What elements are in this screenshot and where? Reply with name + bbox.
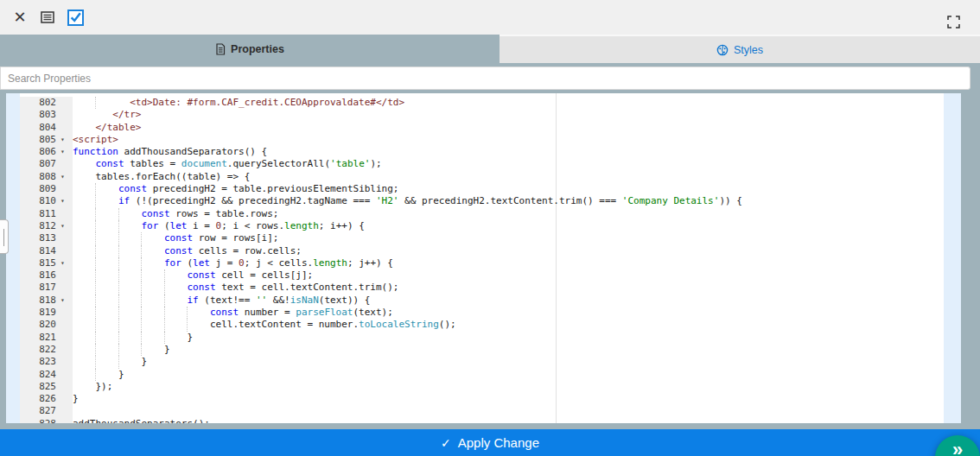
code-line[interactable]: 825});: [20, 381, 944, 393]
code-line[interactable]: 809const precedingH2 = table.previousEle…: [20, 183, 944, 195]
checked-checkbox-icon[interactable]: [64, 6, 86, 28]
code-pane[interactable]: 802<td>Date: #form.CAF_credit.CEOApprova…: [20, 93, 944, 423]
code-line[interactable]: 828addThousandSeparators();: [20, 418, 944, 423]
gutter: 814: [20, 245, 73, 257]
properties-panel: ✕: [0, 0, 980, 456]
line-number: 805: [20, 134, 60, 146]
search-input[interactable]: [0, 66, 970, 90]
code-line[interactable]: 817const text = cell.textContent.trim();: [20, 282, 944, 294]
fold-arrow-icon[interactable]: ▾: [60, 220, 73, 232]
gutter: 807: [20, 158, 73, 170]
line-number: 803: [20, 109, 60, 121]
code-line[interactable]: 815▾for (let j = 0; j < cells.length; j+…: [20, 257, 944, 269]
code-line[interactable]: 816const cell = cells[j];: [20, 269, 944, 282]
line-number: 814: [20, 245, 60, 257]
line-number: 811: [20, 208, 60, 220]
gutter: 826: [20, 393, 73, 405]
gutter: 810▾: [20, 195, 73, 207]
gutter: 815▾: [20, 257, 73, 269]
gutter: 820: [20, 319, 73, 331]
gutter: 803: [20, 109, 73, 121]
code-line[interactable]: 811const rows = table.rows;: [20, 208, 944, 220]
form-window-icon[interactable]: [36, 6, 59, 28]
line-number: 817: [20, 282, 60, 294]
gutter: 817: [20, 282, 73, 294]
fold-arrow-icon[interactable]: ▾: [60, 171, 73, 183]
gutter: 806▾: [20, 146, 73, 158]
scrollbar-left[interactable]: [6, 93, 20, 423]
line-number: 820: [20, 319, 60, 331]
document-icon: [215, 43, 226, 55]
line-number: 810: [20, 195, 60, 207]
close-icon[interactable]: ✕: [9, 6, 31, 28]
code-line[interactable]: 812▾for (let i = 0; i < rows.length; i++…: [20, 220, 944, 232]
gutter: 823: [20, 356, 73, 368]
gutter: 802: [20, 97, 73, 109]
tab-styles[interactable]: Styles: [500, 35, 980, 63]
tab-properties[interactable]: Properties: [0, 35, 500, 63]
fold-arrow-icon[interactable]: ▾: [60, 134, 73, 146]
line-number: 823: [20, 356, 60, 368]
line-number: 807: [20, 158, 60, 170]
code-line[interactable]: 804</table>: [20, 122, 944, 134]
apply-change-button[interactable]: ✓ Apply Change: [0, 429, 980, 456]
code-line[interactable]: 822}: [20, 344, 944, 356]
code-line[interactable]: 824}: [20, 369, 944, 381]
code-line[interactable]: 818▾if (text!== '' &&!isNaN(text)) {: [20, 294, 944, 307]
gutter: 809: [20, 183, 73, 195]
code-line[interactable]: 802<td>Date: #form.CAF_credit.CEOApprova…: [20, 97, 944, 109]
line-number: 802: [20, 97, 60, 109]
line-number: 804: [20, 122, 60, 134]
code-editor: 802<td>Date: #form.CAF_credit.CEOApprova…: [0, 93, 980, 423]
line-number: 824: [20, 369, 60, 381]
line-number: 813: [20, 232, 60, 244]
gutter: 808▾: [20, 171, 73, 183]
gutter: 818▾: [20, 294, 73, 307]
code-line[interactable]: 820cell.textContent = number.toLocaleStr…: [20, 319, 944, 331]
scrollbar-right[interactable]: [944, 93, 961, 423]
chevron-double-right-icon: »: [952, 440, 963, 456]
code-line[interactable]: 807const tables = document.querySelector…: [20, 158, 944, 170]
fold-arrow-icon[interactable]: ▾: [60, 146, 73, 158]
code-line[interactable]: 821}: [20, 332, 944, 344]
code-line[interactable]: 810▾if (!(precedingH2 && precedingH2.tag…: [20, 195, 944, 207]
gutter: 813: [20, 232, 73, 244]
code-line[interactable]: 805▾<script>: [20, 134, 944, 146]
tab-styles-label: Styles: [734, 44, 763, 56]
line-number: 828: [20, 418, 60, 423]
gutter: 828: [20, 418, 73, 423]
fold-arrow-icon[interactable]: ▾: [60, 257, 73, 269]
line-number: 826: [20, 393, 60, 405]
line-number: 806: [20, 146, 60, 158]
splitter-handle[interactable]: [0, 219, 9, 254]
code-line[interactable]: 814const cells = row.cells;: [20, 245, 944, 257]
search-row: [0, 63, 980, 93]
line-number: 818: [20, 294, 60, 307]
tab-bar: Properties Styles: [0, 35, 980, 63]
panel-border-bottom: [0, 423, 980, 429]
line-number: 827: [20, 405, 60, 417]
fold-arrow-icon[interactable]: ▾: [60, 294, 73, 307]
line-number: 808: [20, 171, 60, 183]
line-number: 821: [20, 332, 60, 344]
gutter: 819: [20, 307, 73, 319]
code-line[interactable]: 813const row = rows[i];: [20, 232, 944, 244]
line-number: 815: [20, 257, 60, 269]
code-line[interactable]: 819const number = parseFloat(text);: [20, 307, 944, 319]
tab-properties-label: Properties: [231, 43, 284, 55]
panel-border-right: [961, 93, 980, 423]
fold-arrow-icon[interactable]: ▾: [60, 195, 73, 207]
line-number: 809: [20, 183, 60, 195]
code-line[interactable]: 827: [20, 405, 944, 417]
apply-change-label: Apply Change: [458, 435, 539, 450]
code-line[interactable]: 803</tr>: [20, 109, 944, 121]
code-line[interactable]: 826}: [20, 393, 944, 405]
gutter: 804: [20, 122, 73, 134]
line-number: 825: [20, 381, 60, 393]
code-line[interactable]: 823}: [20, 356, 944, 368]
code-line[interactable]: 806▾function addThousandSeparators() {: [20, 146, 944, 158]
line-number: 819: [20, 307, 60, 319]
code-line[interactable]: 808▾tables.forEach((table) => {: [20, 171, 944, 183]
gutter: 816: [20, 269, 73, 282]
fullscreen-icon[interactable]: [942, 10, 964, 33]
